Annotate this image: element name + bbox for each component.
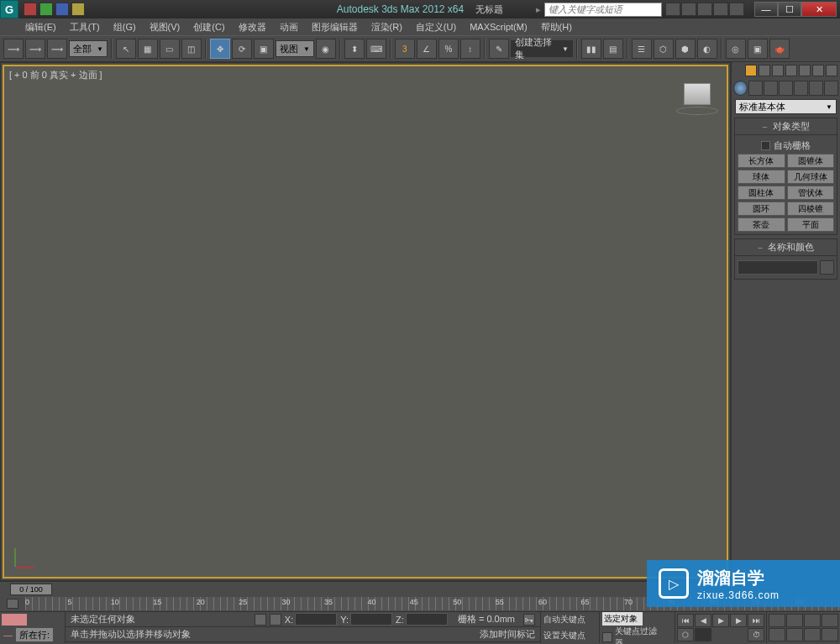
track-toggle-icon[interactable] xyxy=(7,599,18,609)
helper-icon[interactable] xyxy=(772,65,784,76)
orbit-icon[interactable] xyxy=(804,628,821,641)
pan-icon[interactable] xyxy=(786,628,803,641)
next-frame-icon[interactable]: ▶ xyxy=(730,614,747,627)
material-editor-icon[interactable]: ◐ xyxy=(697,39,717,59)
named-sel-edit-icon[interactable]: ✎ xyxy=(489,39,509,59)
curve-editor-icon[interactable]: ⬡ xyxy=(654,39,674,59)
redo-icon[interactable] xyxy=(39,3,53,16)
object-name-input[interactable] xyxy=(738,260,818,275)
help-icon[interactable] xyxy=(729,3,744,16)
cylinder-button[interactable]: 圆柱体 xyxy=(738,186,785,200)
select-rect-icon[interactable]: ▭ xyxy=(160,39,180,59)
align-icon[interactable]: ▤ xyxy=(603,39,623,59)
time-slider-handle[interactable]: 0 / 100 xyxy=(10,584,52,595)
search-icon[interactable] xyxy=(665,3,680,16)
autokey-button[interactable]: 自动关键点 xyxy=(543,614,585,626)
camera-icon[interactable] xyxy=(759,65,770,76)
pivot-icon[interactable]: ◉ xyxy=(316,39,336,59)
keymode-icon[interactable]: ⬡ xyxy=(677,628,694,641)
angle-snap-icon[interactable]: ∠ xyxy=(417,39,437,59)
window-cross-icon[interactable]: ◫ xyxy=(181,39,202,59)
plane-button[interactable]: 平面 xyxy=(787,217,835,232)
menu-tools[interactable]: 工具(T) xyxy=(63,19,107,35)
keyboard-toggle-icon[interactable]: ⌨ xyxy=(366,39,386,59)
select-link-icon[interactable]: ⟿ xyxy=(3,39,24,59)
geosphere-button[interactable]: 几何球体 xyxy=(787,170,835,184)
unlink-icon[interactable]: ⟿ xyxy=(25,39,45,59)
scale-icon[interactable]: ▣ xyxy=(254,39,274,59)
spacewarp-icon[interactable] xyxy=(785,65,797,76)
render-frame-icon[interactable]: ▣ xyxy=(748,39,768,59)
abs-rel-icon[interactable] xyxy=(270,614,281,626)
link-icon[interactable] xyxy=(55,3,69,16)
bind-spacewarp-icon[interactable]: ⟿ xyxy=(47,39,67,59)
extra-tab[interactable] xyxy=(824,81,838,96)
app-icon[interactable]: G xyxy=(0,0,18,18)
render-setup-icon[interactable]: ◎ xyxy=(726,39,746,59)
select-name-icon[interactable]: ▦ xyxy=(138,39,158,59)
menu-help[interactable]: 帮助(H) xyxy=(534,19,579,35)
tube-button[interactable]: 管状体 xyxy=(787,186,835,200)
torus-button[interactable]: 圆环 xyxy=(738,202,785,216)
time-input[interactable] xyxy=(695,628,711,641)
key-mode-icon[interactable] xyxy=(602,632,612,642)
sphere-button[interactable]: 球体 xyxy=(738,170,785,184)
maximize-viewport-icon[interactable] xyxy=(822,628,838,641)
select-icon[interactable]: ↖ xyxy=(116,39,136,59)
key-lock-icon[interactable]: 🗝 xyxy=(523,614,535,626)
close-button[interactable]: ✕ xyxy=(801,2,837,17)
viewport-front[interactable]: [ + 0 前 0 真实 + 边面 ] xyxy=(3,65,728,579)
fov-icon[interactable] xyxy=(769,628,785,641)
qat-dropdown-icon[interactable] xyxy=(71,3,85,16)
prev-frame-icon[interactable]: ◀ xyxy=(695,614,711,627)
goto-end-icon[interactable]: ⏭ xyxy=(748,614,764,627)
rollout-header-namecolor[interactable]: 名称和颜色 xyxy=(735,239,837,256)
render-icon[interactable]: 🫖 xyxy=(769,39,790,59)
zoom-extents-all-icon[interactable] xyxy=(822,614,838,627)
goto-start-icon[interactable]: ⏮ xyxy=(677,614,694,627)
rotate-icon[interactable]: ⟳ xyxy=(232,39,252,59)
box-button[interactable]: 长方体 xyxy=(738,154,785,168)
menu-group[interactable]: 组(G) xyxy=(107,19,143,35)
teapot-button[interactable]: 茶壶 xyxy=(738,217,785,232)
play-icon[interactable]: ▶ xyxy=(712,614,729,627)
menu-customize[interactable]: 自定义(U) xyxy=(409,19,463,35)
add-time-tag-button[interactable]: 添加时间标记 xyxy=(480,628,535,641)
rollout-header-objtype[interactable]: 对象类型 xyxy=(735,118,837,135)
menu-maxscript[interactable]: MAXScript(M) xyxy=(463,20,533,34)
menu-modifiers[interactable]: 修改器 xyxy=(232,19,273,35)
percent-snap-icon[interactable]: % xyxy=(438,39,459,59)
ref-coord-dropdown[interactable]: 视图 xyxy=(276,40,314,57)
cone-button[interactable]: 圆锥体 xyxy=(787,154,835,168)
select-manipulate-icon[interactable]: ⬍ xyxy=(344,39,365,59)
zoom-icon[interactable] xyxy=(769,614,785,627)
move-icon[interactable]: ✥ xyxy=(210,39,230,59)
schematic-icon[interactable]: ⬢ xyxy=(675,39,696,59)
hammer-icon[interactable] xyxy=(826,65,837,76)
setkey-button[interactable]: 设置关键点 xyxy=(543,630,585,641)
menu-animation[interactable]: 动画 xyxy=(273,19,305,35)
spinner-snap-icon[interactable]: ↕ xyxy=(460,39,480,59)
systems-icon[interactable] xyxy=(799,65,811,76)
search-input[interactable] xyxy=(544,3,662,17)
minimize-button[interactable]: — xyxy=(754,2,778,17)
motion-tab[interactable] xyxy=(779,81,793,96)
selection-filter-dropdown[interactable]: 全部 xyxy=(69,40,108,57)
mirror-icon[interactable]: ▮▮ xyxy=(581,39,601,59)
maximize-button[interactable]: ☐ xyxy=(778,2,801,17)
modify-tab[interactable] xyxy=(748,81,763,96)
x-input[interactable] xyxy=(295,613,337,626)
menu-views[interactable]: 视图(V) xyxy=(143,19,187,35)
undo-icon[interactable] xyxy=(24,3,37,16)
star-icon[interactable] xyxy=(713,3,728,16)
hierarchy-tab[interactable] xyxy=(764,81,778,96)
display-tab[interactable] xyxy=(794,81,808,96)
create-tab[interactable] xyxy=(733,81,748,96)
named-sel-dropdown[interactable]: 创建选择集 xyxy=(511,40,573,57)
key-filters-button[interactable]: 关键点过滤器... xyxy=(615,626,672,644)
utilities-tab[interactable] xyxy=(809,81,823,96)
zoom-all-icon[interactable] xyxy=(786,614,803,627)
menu-grapheditors[interactable]: 图形编辑器 xyxy=(305,19,365,35)
geometry-type-dropdown[interactable]: 标准基本体 xyxy=(735,99,837,114)
utility-icon[interactable] xyxy=(812,65,824,76)
